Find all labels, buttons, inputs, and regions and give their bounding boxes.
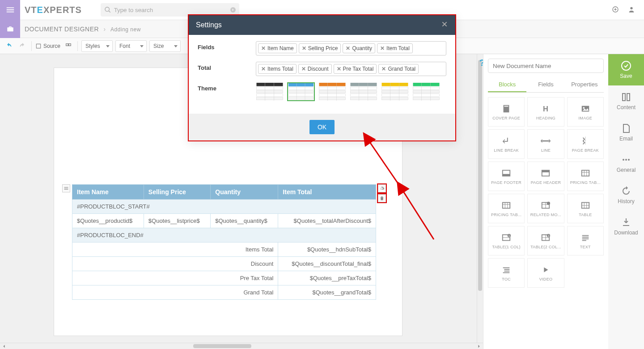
block-cover-page[interactable]: COVER PAGE (488, 97, 525, 127)
theme-swatch[interactable] (350, 82, 377, 101)
download-icon (621, 217, 631, 228)
block-toc[interactable]: TOC (488, 258, 525, 288)
redo-button[interactable] (17, 41, 28, 51)
svg-rect-88 (413, 83, 439, 86)
svg-rect-53 (256, 83, 283, 86)
theme-picker (256, 82, 440, 101)
block-icon (580, 168, 590, 178)
block-related-mo-[interactable]: RELATED MO... (527, 194, 564, 223)
save-button[interactable]: Save (608, 54, 644, 85)
drag-handle[interactable] (62, 184, 70, 192)
remove-tag-icon[interactable]: ✕ (302, 45, 306, 51)
modal-title: Settings (196, 21, 222, 29)
tab-blocks[interactable]: Blocks (488, 77, 526, 92)
theme-swatch[interactable] (381, 82, 409, 101)
tag[interactable]: ✕Selling Price (299, 43, 341, 53)
remove-tag-icon[interactable]: ✕ (380, 45, 385, 51)
tag[interactable]: ✕Item Total (377, 43, 413, 53)
add-button[interactable] (612, 6, 619, 14)
tab-properties[interactable]: Properties (565, 77, 604, 92)
remove-tag-icon[interactable]: ✕ (346, 45, 350, 51)
block-icon (501, 200, 511, 210)
block-image[interactable]: IMAGE (567, 97, 604, 127)
svg-rect-13 (542, 170, 550, 172)
theme-swatch[interactable] (318, 82, 346, 101)
block-pricing-tab-[interactable]: PRICING TAB... (488, 194, 525, 223)
svg-rect-83 (381, 90, 408, 93)
v-scrollbar[interactable] (477, 54, 483, 343)
scroll-thumb[interactable] (478, 60, 482, 291)
right-panel: Blocks Fields Properties COVER PAGEHHEAD… (483, 54, 608, 349)
remove-tag-icon[interactable]: ✕ (337, 66, 341, 72)
remove-tag-icon[interactable]: ✕ (261, 45, 266, 51)
tag[interactable]: ✕Items Total (258, 64, 297, 74)
ok-button[interactable]: OK (309, 120, 335, 134)
col-header: Item Total (278, 185, 376, 200)
theme-swatch[interactable] (412, 82, 440, 101)
theme-swatch[interactable] (287, 82, 315, 101)
breadcrumb-root[interactable]: DOCUMENT DESIGNER (25, 26, 99, 33)
remove-tag-icon[interactable]: ✕ (381, 66, 386, 72)
block-icon (580, 200, 590, 210)
download-button[interactable]: Download (608, 211, 644, 242)
email-button[interactable]: Email (608, 117, 644, 148)
theme-swatch[interactable] (256, 82, 284, 101)
module-icon[interactable] (0, 20, 20, 38)
scroll-thumb[interactable] (193, 344, 251, 348)
dots-icon (621, 154, 631, 165)
undo-button[interactable] (4, 41, 14, 51)
block-pricing-tab-[interactable]: PRICING TAB... (567, 162, 604, 191)
tab-fields[interactable]: Fields (526, 77, 565, 92)
tag[interactable]: ✕Discount (298, 64, 332, 74)
menu-button[interactable] (0, 0, 20, 20)
content-button[interactable]: Content (608, 85, 644, 117)
svg-rect-71 (319, 97, 345, 100)
svg-point-51 (625, 159, 627, 161)
user-button[interactable] (628, 6, 635, 14)
remove-tag-icon[interactable]: ✕ (301, 66, 306, 72)
file-icon (621, 123, 631, 134)
theme-label: Theme (198, 82, 256, 92)
block-table[interactable]: TABLE (567, 194, 604, 223)
fields-tagbox[interactable]: ✕Item Name✕Selling Price✕Quantity✕Item T… (256, 41, 446, 55)
block-delete-button[interactable] (378, 194, 386, 202)
block-page-header[interactable]: PAGE HEADER (527, 162, 564, 191)
modal-close-button[interactable] (441, 21, 448, 30)
block-heading[interactable]: HHEADING (527, 97, 564, 127)
block-table-2-col-[interactable]: 2TABLE(2 COL... (527, 226, 564, 255)
font-select[interactable]: Font (115, 40, 147, 52)
svg-point-25 (547, 201, 550, 204)
tag[interactable]: ✕Quantity (343, 43, 375, 53)
size-select[interactable]: Size (149, 40, 181, 52)
h-scrollbar[interactable] (0, 343, 483, 349)
tag[interactable]: ✕Pre Tax Total (334, 64, 377, 74)
svg-rect-4 (69, 43, 71, 46)
tag[interactable]: ✕Grand Total (378, 64, 419, 74)
svg-point-2 (630, 7, 632, 9)
block-line[interactable]: LINE (527, 129, 564, 159)
modal-header: Settings (189, 15, 455, 35)
general-button[interactable]: General (608, 148, 644, 179)
tag[interactable]: ✕Item Name (258, 43, 297, 53)
block-icon (541, 168, 551, 178)
remove-tag-icon[interactable]: ✕ (261, 66, 266, 72)
totals-tagbox[interactable]: ✕Items Total✕Discount✕Pre Tax Total✕Gran… (256, 62, 446, 76)
block-page-break[interactable]: PAGE BREAK (567, 129, 604, 159)
block-table-1-col-[interactable]: 1TABLE(1 COL) (488, 226, 525, 255)
document-name-input[interactable] (488, 59, 604, 73)
block-video[interactable]: VIDEO (527, 258, 564, 288)
block-line-break[interactable]: LINE BREAK (488, 129, 525, 159)
block-text[interactable]: TEXT (567, 226, 604, 255)
svg-rect-91 (413, 94, 439, 97)
styles-select[interactable]: Styles (81, 40, 113, 52)
history-button[interactable]: History (608, 179, 644, 211)
help-icon[interactable]: ? (479, 58, 483, 68)
templates-button[interactable] (63, 41, 74, 51)
source-button[interactable]: Source (35, 43, 60, 49)
svg-point-47 (622, 61, 631, 70)
scroll-left-icon[interactable] (1, 344, 7, 349)
block-page-footer[interactable]: PAGE FOOTER (488, 162, 525, 191)
block-icon (580, 136, 590, 146)
scroll-right-icon[interactable] (476, 344, 482, 349)
search-go-icon[interactable] (229, 6, 237, 13)
